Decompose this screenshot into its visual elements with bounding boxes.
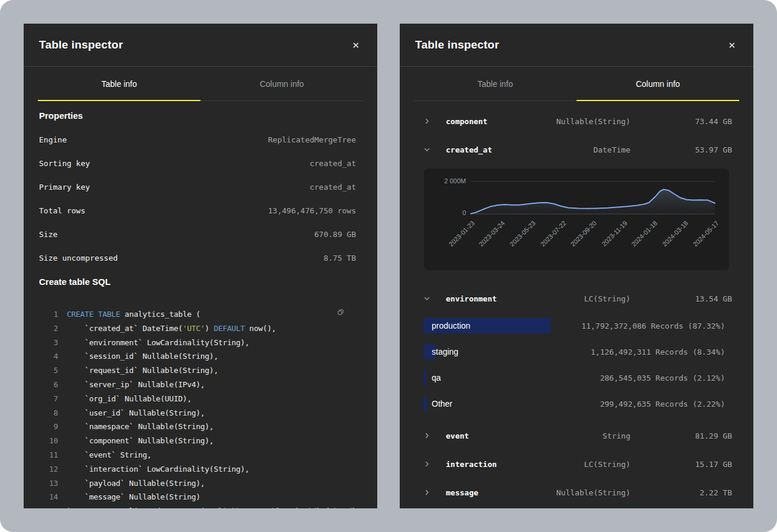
code-line: 3 `environment` LowCardinality(String), — [39, 336, 356, 350]
chevron-right-icon[interactable] — [423, 432, 446, 439]
property-value: created_at — [310, 159, 356, 168]
property-label: Engine — [39, 135, 67, 144]
column-type: LC(String) — [584, 294, 630, 303]
column-name: interaction — [446, 460, 584, 469]
line-number: 11 — [39, 448, 58, 462]
code-segment: ) ENGINE = ReplicatedMergeTree( — [67, 507, 205, 508]
property-row: Size670.89 GB — [39, 222, 356, 246]
copy-icon[interactable] — [334, 305, 348, 319]
line-number: 14 — [39, 490, 58, 504]
tab-table-info[interactable]: Table info — [414, 67, 577, 100]
tab-bar: Table info Column info — [38, 67, 363, 101]
tab-column-info[interactable]: Column info — [577, 67, 739, 100]
column-row-created-at[interactable]: created_at DateTime 53.97 GB — [400, 135, 753, 164]
code-segment: DEFAULT — [213, 324, 245, 333]
code-line: 2 `created_at` DateTime('UTC') DEFAULT n… — [39, 322, 356, 336]
property-value: 8.75 TB — [323, 254, 356, 262]
chevron-right-icon[interactable] — [423, 118, 446, 125]
code-segment: ) — [205, 324, 213, 333]
property-label: Total rows — [39, 206, 85, 215]
column-name: message — [446, 488, 556, 497]
value-records: 299,492,635 Records (2.22%) — [600, 400, 725, 408]
code-line: 4 `session_id` Nullable(String), — [39, 349, 356, 364]
code-segment: `payload` Nullable(String), — [67, 479, 205, 488]
panel-title: Table inspector — [39, 38, 123, 51]
sql-code-block: 1CREATE TABLE analytics_table ( 2 `creat… — [39, 307, 356, 508]
line-number: 2 — [39, 322, 58, 336]
code-segment: 'UTC' — [183, 324, 205, 333]
y-axis-tick-label: 0 — [462, 209, 466, 216]
property-value: created_at — [310, 183, 356, 192]
tab-bar: Table info Column info — [414, 67, 739, 101]
column-type: String — [603, 432, 630, 440]
column-list: component Nullable(String) 73.44 GB crea… — [400, 107, 753, 507]
column-row-environment[interactable]: environment LC(String) 13.54 GB — [400, 284, 753, 313]
column-row-message[interactable]: message Nullable(String) 2.22 TB — [400, 478, 753, 507]
property-label: Sorting key — [39, 159, 90, 168]
column-name: component — [446, 117, 556, 126]
column-row-interaction[interactable]: interaction LC(String) 15.17 GB — [400, 450, 753, 478]
value-records: 1,126,492,311 Records (8.34%) — [591, 348, 725, 356]
code-line: 8 `user_id` Nullable(String), — [39, 406, 356, 420]
code-line: 6 `server_ip` Nullable(IPv4), — [39, 378, 356, 392]
value-histogram-bar — [423, 370, 426, 385]
chevron-down-icon[interactable] — [423, 295, 446, 302]
code-line: 13 `payload` Nullable(String), — [39, 476, 356, 491]
chevron-right-icon[interactable] — [423, 460, 446, 468]
property-value: ReplicatedMergeTree — [268, 135, 356, 144]
line-number: 8 — [39, 406, 58, 420]
value-histogram-bar — [423, 396, 427, 411]
column-size: 13.54 GB — [695, 294, 732, 303]
close-icon[interactable]: ✕ — [726, 38, 738, 52]
code-line: 5 `request_id` Nullable(String), — [39, 364, 356, 378]
code-line: 14 `message` Nullable(String) — [39, 490, 356, 504]
tab-table-info[interactable]: Table info — [38, 67, 200, 100]
column-row-component[interactable]: component Nullable(String) 73.44 GB — [400, 107, 753, 135]
line-number: 7 — [39, 392, 58, 406]
modal-backdrop: Table inspector ✕ Table info Column info… — [0, 0, 777, 532]
line-number: 5 — [39, 364, 58, 378]
value-label: qa — [432, 365, 441, 391]
column-row-event[interactable]: event String 81.29 GB — [400, 421, 753, 450]
code-segment: `message` Nullable(String) — [67, 492, 200, 501]
value-records: 11,792,372,086 Records (87.32%) — [581, 322, 725, 330]
chevron-down-icon[interactable] — [423, 146, 446, 153]
line-number: 9 — [39, 420, 58, 434]
property-label: Size uncompressed — [39, 254, 118, 262]
value-label: production — [432, 313, 470, 339]
value-label: Other — [432, 391, 452, 417]
code-segment: CREATE TABLE — [67, 310, 125, 319]
property-row: Sorting keycreated_at — [39, 151, 356, 175]
table-inspector-panel-column-info: Table inspector ✕ Table info Column info… — [400, 24, 753, 508]
environment-value-row: production 11,792,372,086 Records (87.32… — [400, 313, 753, 339]
code-segment: `namespace` Nullable(String), — [67, 422, 213, 431]
tab-column-info[interactable]: Column info — [200, 67, 363, 100]
panel-header: Table inspector ✕ — [400, 24, 753, 67]
value-label: staging — [432, 339, 458, 365]
code-line: 7 `org_id` Nullable(UUID), — [39, 392, 356, 406]
line-number: 1 — [39, 307, 58, 322]
properties-list: EngineReplicatedMergeTree Sorting keycre… — [39, 128, 356, 270]
panel-title: Table inspector — [415, 38, 499, 51]
property-label: Size — [39, 230, 57, 239]
property-row: Size uncompressed8.75 TB — [39, 246, 356, 270]
environment-value-row: Other 299,492,635 Records (2.22%) — [400, 391, 753, 417]
column-type: Nullable(String) — [556, 117, 630, 126]
column-type: LC(String) — [584, 460, 630, 469]
line-number: 6 — [39, 378, 58, 392]
created-at-distribution-chart: 2 000M 0 2023-01-232023-03-242023-05-232… — [424, 168, 729, 270]
y-axis-tick-label: 2 000M — [444, 177, 466, 184]
line-number: 4 — [39, 349, 58, 364]
chevron-right-icon[interactable] — [423, 489, 446, 496]
code-line: 9 `namespace` Nullable(String), — [39, 420, 356, 434]
column-size: 53.97 GB — [695, 145, 732, 154]
close-icon[interactable]: ✕ — [349, 38, 362, 52]
property-row: EngineReplicatedMergeTree — [39, 128, 356, 151]
area-chart — [424, 168, 729, 270]
code-segment: `org_id` Nullable(UUID), — [67, 394, 192, 403]
code-segment: `session_id` Nullable(String), — [67, 352, 218, 361]
code-segment: `request_id` Nullable(String), — [67, 366, 218, 375]
line-number: 3 — [39, 336, 58, 350]
property-row: Primary keycreated_at — [39, 175, 356, 199]
table-inspector-panel-table-info: Table inspector ✕ Table info Column info… — [24, 24, 377, 508]
